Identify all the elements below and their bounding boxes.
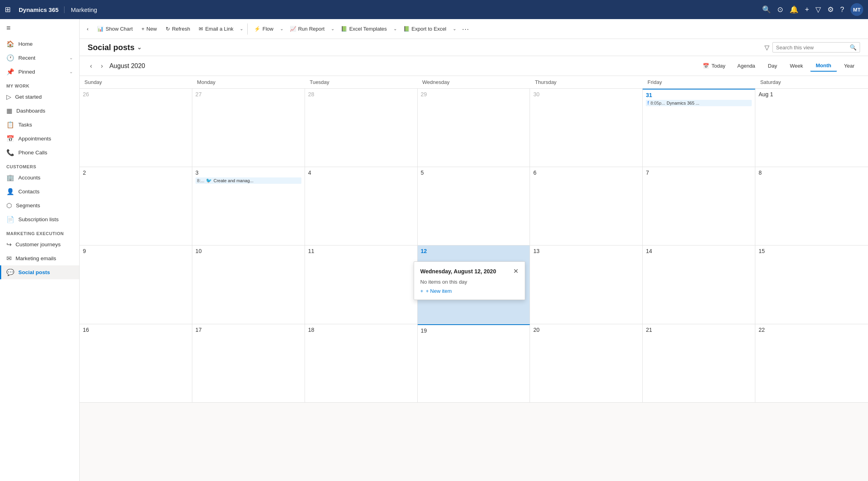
email-link-chevron[interactable]: ⌄ [238, 24, 245, 34]
sidebar-item-home[interactable]: 🏠 Home [0, 37, 79, 51]
tab-year[interactable]: Year [839, 60, 860, 71]
sidebar-item-recent[interactable]: 🕐 Recent ⌄ [0, 51, 79, 65]
export-excel-icon: 📗 [403, 26, 410, 32]
calendar-next-btn[interactable]: › [98, 61, 105, 71]
tab-week[interactable]: Week [784, 60, 809, 71]
view-filter-icon[interactable]: ▽ [764, 44, 769, 51]
help-icon[interactable]: ? [840, 6, 844, 14]
gear-icon[interactable]: ⚙ [827, 5, 834, 14]
cal-cell-jul31[interactable]: 31 f 8:05p... Dynamics 365 ... [643, 89, 755, 167]
sidebar-item-appointments[interactable]: 📅 Appointments [0, 132, 79, 146]
export-excel-chevron[interactable]: ⌄ [451, 24, 458, 34]
accounts-icon: 🏢 [6, 174, 14, 181]
more-options-button[interactable]: ⋯ [459, 22, 472, 36]
sidebar-item-customer-journeys[interactable]: ↪ Customer journeys [0, 238, 79, 251]
cal-cell-aug11[interactable]: 11 [305, 245, 418, 323]
sidebar-item-marketing-emails[interactable]: ✉ Marketing emails [0, 251, 79, 265]
view-header-right: ▽ 🔍 [764, 42, 860, 53]
calendar-nav: ‹ › August 2020 📅 Today Agenda Day Week … [80, 56, 868, 76]
cal-cell-aug2[interactable]: 2 [80, 167, 192, 245]
cal-cell-aug16[interactable]: 16 [80, 324, 192, 402]
cal-cell-jul28[interactable]: 28 [305, 89, 418, 167]
back-button[interactable]: ‹ [83, 23, 92, 34]
calendar-week-3: 9 10 11 12 Wedn [80, 245, 868, 324]
new-button[interactable]: + New [137, 23, 161, 34]
day-popup: Wednesday, August 12, 2020 ✕ No items on… [414, 261, 525, 300]
today-button[interactable]: 📅 Today [698, 60, 730, 71]
new-icon: + [141, 26, 145, 32]
sidebar-item-phone-calls[interactable]: 📞 Phone Calls [0, 146, 79, 160]
appointments-icon: 📅 [6, 135, 14, 142]
cal-cell-aug5[interactable]: 5 [418, 167, 530, 245]
contacts-icon: 👤 [6, 188, 14, 195]
filter-icon-btn[interactable]: ▽ [815, 5, 821, 14]
tab-agenda[interactable]: Agenda [732, 60, 761, 71]
cal-cell-aug1[interactable]: Aug 1 [755, 89, 868, 167]
email-link-button[interactable]: ✉ Email a Link [195, 23, 237, 34]
calendar-prev-btn[interactable]: ‹ [88, 61, 94, 71]
calendar-week-4: 16 17 18 19 20 [80, 324, 868, 403]
cal-cell-jul27[interactable]: 27 [192, 89, 305, 167]
avatar[interactable]: MT [850, 3, 863, 16]
section-my-work: My Work [0, 79, 79, 90]
cal-cell-jul30[interactable]: 30 [530, 89, 643, 167]
cal-cell-aug7[interactable]: 7 [643, 167, 755, 245]
add-icon[interactable]: + [805, 6, 809, 14]
cal-cell-aug6[interactable]: 6 [530, 167, 643, 245]
cal-cell-jul26[interactable]: 26 [80, 89, 192, 167]
event-dynamics365[interactable]: f 8:05p... Dynamics 365 ... [646, 100, 752, 106]
sidebar-item-segments[interactable]: ⬡ Segments [0, 199, 79, 212]
cal-cell-aug17[interactable]: 17 [192, 324, 305, 402]
cal-cell-jul29[interactable]: 29 [418, 89, 530, 167]
back-icon: ‹ [87, 26, 88, 32]
cal-cell-aug18[interactable]: 18 [305, 324, 418, 402]
cal-cell-aug12[interactable]: 12 Wednesday, August 12, 2020 ✕ No items… [418, 245, 530, 323]
cal-cell-aug19[interactable]: 19 [418, 324, 530, 402]
search-box: 🔍 [772, 42, 860, 53]
pinned-icon: 📌 [6, 68, 14, 76]
settings-gear-icon[interactable]: ⊙ [777, 5, 783, 14]
cal-cell-aug20[interactable]: 20 [530, 324, 643, 402]
sidebar-item-accounts[interactable]: 🏢 Accounts [0, 171, 79, 185]
popup-new-item-link[interactable]: + + New item [420, 288, 518, 294]
notifications-icon[interactable]: 🔔 [790, 5, 798, 14]
flow-chevron[interactable]: ⌄ [278, 24, 285, 34]
sidebar-item-contacts[interactable]: 👤 Contacts [0, 185, 79, 199]
sidebar-item-subscription-lists[interactable]: 📄 Subscription lists [0, 212, 79, 226]
tab-day[interactable]: Day [762, 60, 783, 71]
search-input[interactable] [776, 45, 847, 51]
refresh-button[interactable]: ↻ Refresh [162, 23, 194, 34]
sidebar-item-tasks[interactable]: 📋 Tasks [0, 118, 79, 132]
cal-cell-aug8[interactable]: 8 [755, 167, 868, 245]
sidebar-collapse-btn[interactable]: ≡ [0, 19, 79, 37]
header-friday: Friday [643, 76, 755, 88]
cal-cell-aug10[interactable]: 10 [192, 245, 305, 323]
sidebar-item-get-started[interactable]: ▷ Get started [0, 90, 79, 104]
cal-cell-aug4[interactable]: 4 [305, 167, 418, 245]
flow-button[interactable]: ⚡ Flow [250, 23, 277, 34]
show-chart-button[interactable]: 📊 Show Chart [93, 23, 137, 34]
excel-templates-chevron[interactable]: ⌄ [392, 24, 399, 34]
cal-cell-aug15[interactable]: 15 [755, 245, 868, 323]
cal-cell-aug13[interactable]: 13 [530, 245, 643, 323]
cal-cell-aug9[interactable]: 9 [80, 245, 192, 323]
sidebar-item-pinned[interactable]: 📌 Pinned ⌄ [0, 65, 79, 79]
excel-templates-button[interactable]: 📗 Excel Templates [337, 23, 391, 34]
phone-calls-icon: 📞 [6, 149, 14, 156]
event-create-manage[interactable]: 8:... 🐦 Create and manag... [195, 177, 301, 184]
waffle-icon[interactable]: ⊞ [5, 5, 11, 14]
sidebar-item-social-posts[interactable]: 💬 Social posts [0, 265, 79, 279]
cal-cell-aug22[interactable]: 22 [755, 324, 868, 402]
view-title[interactable]: Social posts ⌄ [88, 43, 142, 52]
popup-close-button[interactable]: ✕ [513, 267, 518, 275]
run-report-chevron[interactable]: ⌄ [329, 24, 336, 34]
sidebar-item-dashboards[interactable]: ▦ Dashboards [0, 104, 79, 118]
tab-month[interactable]: Month [810, 60, 837, 72]
cal-cell-aug14[interactable]: 14 [643, 245, 755, 323]
cal-cell-aug3[interactable]: 3 8:... 🐦 Create and manag... [192, 167, 305, 245]
search-icon-btn[interactable]: 🔍 [762, 5, 771, 14]
export-to-excel-button[interactable]: 📗 Export to Excel [399, 23, 450, 34]
cal-cell-aug21[interactable]: 21 [643, 324, 755, 402]
email-link-icon: ✉ [199, 26, 203, 32]
run-report-button[interactable]: 📈 Run Report [286, 23, 328, 34]
